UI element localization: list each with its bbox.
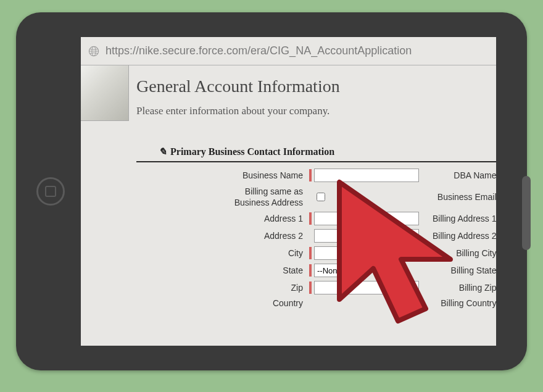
page-content: General Account Information Please enter…	[81, 65, 496, 308]
required-indicator	[309, 212, 312, 225]
required-indicator	[309, 247, 312, 259]
section-rule	[136, 161, 496, 162]
address2-input[interactable]	[314, 229, 419, 243]
tablet-side-button[interactable]	[522, 176, 531, 250]
section-title: Primary Business Contact Information	[170, 146, 334, 157]
browser-screen: https://nike.secure.force.com/era/CIG_NA…	[81, 37, 496, 346]
label-zip: Zip	[136, 283, 309, 293]
business-name-input[interactable]	[314, 169, 419, 182]
header-image	[81, 65, 129, 121]
field-city-cell	[309, 246, 433, 260]
required-indicator	[309, 169, 312, 181]
label-address2: Address 2	[136, 231, 309, 241]
required-indicator	[309, 264, 312, 277]
select-arrow-icon: ▾	[357, 264, 368, 277]
address1-input[interactable]	[314, 212, 419, 225]
url-text[interactable]: https://nike.secure.force.com/era/CIG_NA…	[106, 44, 412, 57]
tablet-frame: https://nike.secure.force.com/era/CIG_NA…	[16, 12, 527, 370]
label-country: Country	[136, 298, 309, 308]
label-billing-zip: Billing Zip	[433, 283, 496, 293]
field-address1-cell	[309, 212, 433, 225]
label-billing-state: Billing State	[433, 265, 496, 275]
page-subtitle: Please enter information about your comp…	[136, 105, 496, 117]
field-state-cell: --None-- ▾	[309, 264, 433, 277]
label-billing-address2: Billing Address 2	[433, 231, 496, 241]
field-billing-same-cell	[309, 193, 433, 201]
form-grid: Business Name DBA Name Billing same as B…	[136, 169, 496, 308]
field-address2-cell	[309, 229, 433, 243]
label-city: City	[136, 248, 309, 258]
label-billing-address1: Billing Address 1	[433, 214, 496, 223]
section-header: ✎Primary Business Contact Information	[159, 146, 496, 160]
label-dba-name: DBA Name	[433, 170, 496, 180]
state-select[interactable]: --None--	[314, 264, 358, 277]
edit-icon: ✎	[159, 146, 167, 157]
page-title: General Account Information	[136, 77, 496, 96]
label-billing-country: Billing Country	[433, 298, 496, 308]
billing-same-checkbox[interactable]	[317, 193, 325, 201]
label-billing-same: Billing same as Business Address	[136, 186, 309, 208]
label-address1: Address 1	[136, 214, 309, 223]
globe-icon	[88, 46, 99, 57]
city-input[interactable]	[314, 246, 419, 260]
home-button[interactable]	[36, 177, 65, 206]
required-indicator	[309, 281, 312, 294]
field-zip-cell	[309, 281, 433, 294]
url-bar[interactable]: https://nike.secure.force.com/era/CIG_NA…	[81, 37, 496, 65]
label-business-name: Business Name	[136, 170, 309, 180]
zip-input[interactable]	[314, 281, 419, 294]
label-state: State	[136, 265, 309, 275]
field-business-name-cell	[309, 169, 433, 182]
label-billing-city: Billing City	[433, 248, 496, 258]
label-business-email: Business Email	[433, 192, 496, 202]
